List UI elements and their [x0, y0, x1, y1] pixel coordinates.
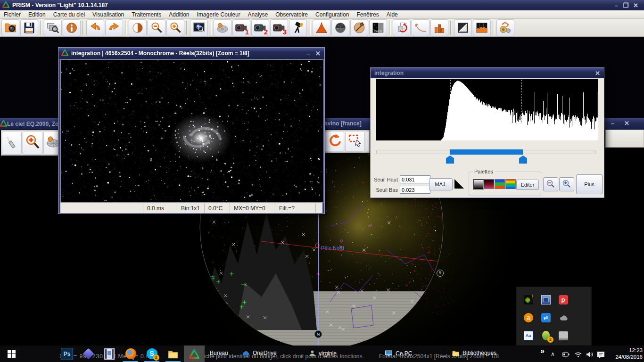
sky-globe-button[interactable]: [331, 19, 349, 36]
menu-configuration[interactable]: Configuration: [312, 11, 353, 18]
tools-button[interactable]: [350, 19, 368, 36]
histogram-zoom-out-button[interactable]: [543, 177, 558, 191]
toolbar-separator: [309, 21, 311, 35]
taskbar-clock[interactable]: 12:23 24/08/2016: [611, 347, 643, 360]
plus-button[interactable]: Plus: [576, 174, 603, 194]
histogram-plot[interactable]: [376, 79, 598, 140]
palette-rgb-bands[interactable]: [495, 179, 505, 189]
toolbar-separator: [125, 21, 127, 35]
menu-fen-tres[interactable]: Fenêtres: [353, 11, 382, 18]
sky-minimize-button[interactable]: –: [611, 120, 614, 127]
palette-red-purple[interactable]: [484, 179, 494, 189]
preview-zoom-button[interactable]: [190, 19, 208, 36]
menu-observatoire[interactable]: Observatoire: [272, 11, 312, 18]
tray-dictionary[interactable]: Aa: [520, 327, 537, 345]
histogram-close-button[interactable]: ✕: [595, 70, 600, 77]
tray-teamviewer[interactable]: ⇄: [537, 309, 554, 327]
sky-zoom-in-button[interactable]: [23, 131, 42, 155]
seuil-bas-input[interactable]: [400, 186, 430, 194]
select-region-button[interactable]: [345, 131, 365, 152]
minimize-button[interactable]: –: [615, 2, 618, 9]
peak-button[interactable]: [313, 19, 330, 36]
notification-icon[interactable]: [597, 351, 605, 361]
restore-button[interactable]: ❐: [623, 2, 628, 9]
menu-fichier[interactable]: Fichier: [0, 11, 25, 18]
histogram-panel-button[interactable]: [473, 19, 491, 36]
batch-images-button[interactable]: [44, 19, 62, 36]
refresh-button[interactable]: [324, 131, 344, 152]
toolbar-separator: [40, 21, 42, 35]
menu-edition[interactable]: Edition: [25, 11, 50, 18]
save-button[interactable]: [20, 19, 38, 36]
menu-carte-du-ciel[interactable]: Carte du ciel: [50, 11, 89, 18]
image-content[interactable]: [60, 59, 323, 203]
camera-3-button[interactable]: 3: [270, 19, 288, 36]
screen-share-icon: [541, 295, 551, 304]
tray-touchpad[interactable]: [554, 327, 572, 345]
volume-icon[interactable]: [586, 351, 594, 360]
tray-screen-share[interactable]: [537, 291, 554, 309]
curve-button[interactable]: [412, 19, 429, 36]
histogram-zoom-in-button[interactable]: [559, 177, 574, 191]
menu-traitements[interactable]: Traitements: [128, 11, 165, 18]
telescope-button[interactable]: [289, 19, 307, 36]
calibration-button[interactable]: CALIB: [369, 19, 387, 36]
tray-avira[interactable]: a: [520, 309, 537, 327]
disc-button[interactable]: [214, 19, 231, 36]
starfield-image[interactable]: [61, 60, 322, 201]
histogram-window-titlebar[interactable]: integration ✕: [371, 68, 604, 78]
image-minimize-button[interactable]: –: [306, 50, 310, 57]
threshold-slider-range[interactable]: [450, 149, 523, 155]
zoom-out-button[interactable]: [148, 19, 165, 36]
histogram-bars-button[interactable]: [430, 19, 448, 36]
taskbar-shortcut-bibliotheques[interactable]: Bibliothèques: [452, 350, 496, 356]
menu-aide[interactable]: Aide: [383, 11, 402, 18]
taskbar-shortcut-user[interactable]: virginie: [309, 350, 337, 357]
taskbar-shortcut-ce-pc[interactable]: Ce PC: [385, 350, 412, 357]
status-cell: Filt.=?: [275, 203, 316, 213]
camera-1-button[interactable]: 1: [232, 19, 250, 36]
editer-button[interactable]: Editer: [516, 180, 539, 190]
image-close-button[interactable]: ✕: [315, 50, 321, 57]
redo-button[interactable]: [105, 19, 123, 36]
camera-2-button[interactable]: 2: [251, 19, 269, 36]
histogram-panel-icon: [475, 21, 488, 34]
open-image-button[interactable]: [1, 19, 19, 36]
image-window-titlebar[interactable]: integration | 4656x2504 - Monochrome - R…: [58, 48, 324, 59]
transfer-function-icon[interactable]: [454, 179, 464, 189]
pen-tool-button[interactable]: [366, 131, 370, 152]
tray-notifier[interactable]: 2: [537, 327, 554, 345]
undo-button[interactable]: [86, 19, 104, 36]
menu-addition[interactable]: Addition: [165, 11, 193, 18]
automation-button[interactable]: [496, 19, 514, 36]
tray-onedrive-cloud[interactable]: [554, 309, 572, 327]
camera-number-badge: 3: [283, 28, 287, 36]
telescope-icon: [291, 21, 305, 34]
threshold-high-handle[interactable]: [519, 156, 527, 164]
maj-button[interactable]: MAJ.: [429, 178, 453, 190]
contrast-button[interactable]: [129, 19, 147, 36]
tray-red-p[interactable]: ρ: [554, 291, 572, 309]
zoom-in-button[interactable]: [166, 19, 184, 36]
tray-nvidia[interactable]: ◉!: [520, 291, 537, 309]
measure-tool-button[interactable]: [2, 131, 22, 155]
rotate-stack-button[interactable]: [393, 19, 411, 36]
threshold-low-handle[interactable]: [446, 156, 454, 164]
red-p-icon: ρ: [559, 295, 568, 304]
palette-grayscale[interactable]: [473, 179, 484, 190]
contrast-square-button[interactable]: [454, 19, 472, 36]
taskbar-shortcut-onedrive[interactable]: OneDrive: [241, 350, 277, 356]
close-button[interactable]: ✕: [633, 2, 638, 9]
info-button[interactable]: [63, 19, 81, 36]
taskbar-shortcut-bureau[interactable]: Bureau: [210, 350, 228, 356]
battery-icon[interactable]: [562, 351, 570, 360]
menu-visualisation[interactable]: Visualisation: [89, 11, 128, 18]
wifi-icon[interactable]: [574, 351, 582, 360]
menu-analyse[interactable]: Analyse: [244, 11, 272, 18]
palette-rainbow[interactable]: [505, 179, 516, 189]
taskbar-overflow-button[interactable]: »: [540, 347, 545, 355]
sky-close-button[interactable]: ✕: [624, 120, 629, 127]
seuil-haut-input[interactable]: [400, 175, 430, 183]
show-hidden-icons-button[interactable]: ∧: [551, 351, 555, 357]
menu-imagerie-couleur[interactable]: Imagerie Couleur: [193, 11, 244, 18]
